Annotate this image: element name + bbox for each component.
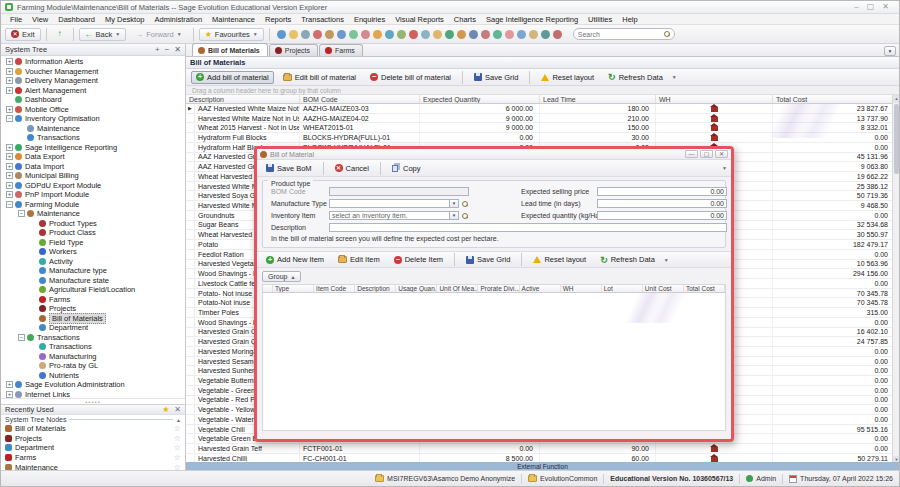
tree-expander-icon[interactable]: − (6, 201, 13, 208)
toolbar-misc-icon[interactable] (445, 30, 454, 39)
vertical-scrollbar[interactable]: ▲ ▼ (892, 95, 899, 464)
toolbar-misc-icon[interactable] (385, 30, 394, 39)
tree-item[interactable]: Transactions (1, 133, 185, 143)
tree-expander-icon[interactable]: + (6, 191, 13, 198)
forward-button[interactable]: →Forward▼ (129, 28, 187, 41)
tree-item[interactable]: + Data Export (1, 152, 185, 162)
tree-item[interactable]: Manufacture type (1, 266, 185, 276)
home-button[interactable]: ↑ (52, 28, 68, 41)
tree-item[interactable]: Pro-rata by GL (1, 361, 185, 371)
tab-farms[interactable]: Farms (319, 44, 363, 56)
tree-expander-icon[interactable]: + (6, 153, 13, 160)
toolbar-misc-icon[interactable] (541, 30, 550, 39)
tree-item[interactable]: Workers (1, 247, 185, 257)
tree-item[interactable]: − Inventory Optimisation (1, 114, 185, 124)
toolbar-misc-icon[interactable] (517, 30, 526, 39)
dialog-column-header[interactable]: WH (561, 285, 602, 292)
tree-expander-icon[interactable]: + (6, 172, 13, 179)
tree-item[interactable]: − Transactions (1, 333, 185, 343)
tree-close-button[interactable]: ✕ (174, 45, 181, 54)
close-button[interactable]: ✕ (882, 2, 889, 12)
tree-expander-icon[interactable]: + (6, 381, 13, 388)
dialog-grid-body[interactable] (262, 293, 726, 431)
tree-item[interactable]: Farms (1, 295, 185, 305)
search-box[interactable] (573, 28, 675, 40)
tree-item[interactable]: Nutrients (1, 371, 185, 381)
tree-expander-icon[interactable]: + (6, 106, 13, 113)
copy-button[interactable]: Copy (387, 162, 426, 175)
favourite-star-icon[interactable]: ☆ (174, 434, 181, 443)
tree-item[interactable]: Bill of Materials (1, 314, 185, 324)
description-field[interactable] (329, 223, 727, 232)
favourites-button[interactable]: ★Favourites▼ (199, 28, 264, 41)
save-grid-button[interactable]: Save Grid (469, 71, 523, 84)
column-header-wh[interactable]: WH (656, 95, 773, 103)
favourite-star-icon[interactable]: ☆ (174, 453, 181, 462)
toolbar-overflow-icon[interactable]: ▼ (672, 74, 677, 80)
group-button[interactable]: Group▲ (262, 271, 301, 282)
manufacture-type-dropdown-icon[interactable]: ▼ (450, 199, 459, 208)
dialog-close-button[interactable]: ✕ (715, 150, 728, 158)
group-by-band[interactable]: Drag a column header here to group by th… (186, 86, 899, 95)
dialog-column-header[interactable]: Active (520, 285, 561, 292)
tree-item[interactable]: + Sage Intelligence Reporting (1, 143, 185, 153)
toolbar-misc-icon[interactable] (373, 30, 382, 39)
scrollbar-thumb[interactable] (894, 104, 899, 174)
menu-item[interactable]: Charts (449, 15, 481, 24)
lookup-icon[interactable] (462, 213, 468, 219)
table-row[interactable]: Harvested Grain Teff FCTF001-01 0.00 90.… (186, 444, 892, 454)
dialog-column-header[interactable]: Total Cost (684, 285, 725, 292)
dialog-maximize-button[interactable]: ▢ (700, 150, 713, 158)
menu-item[interactable]: View (27, 15, 53, 24)
dialog-column-header[interactable]: Unit Cost (643, 285, 684, 292)
expected-quantity-field[interactable]: 0.00 (597, 211, 727, 220)
tree-expander-icon[interactable]: + (6, 77, 13, 84)
toolbar-misc-icon[interactable] (289, 30, 298, 39)
tree-expander-icon[interactable]: − (6, 115, 13, 122)
cancel-button[interactable]: ✕Cancel (330, 162, 374, 175)
dialog-toolbar-overflow-icon[interactable]: ▼ (722, 165, 727, 171)
tree-item[interactable]: Manufacturing (1, 352, 185, 362)
tree-expander-icon[interactable]: + (6, 182, 13, 189)
column-header-bom-code[interactable]: BOM Code (300, 95, 420, 103)
column-header-total-cost[interactable]: Total Cost (773, 95, 892, 103)
tab-overflow-button[interactable]: ▼ (884, 46, 896, 56)
tree-item[interactable]: − Farming Module (1, 200, 185, 210)
tree-item[interactable]: + Information Alerts (1, 57, 185, 67)
tree-item[interactable]: + Data Import (1, 162, 185, 172)
toolbar-misc-icon[interactable] (349, 30, 358, 39)
column-header-lead-time[interactable]: Lead Time (540, 95, 656, 103)
favourite-star-icon[interactable]: ☆ (174, 424, 181, 433)
tree-item[interactable]: + Mobile Office (1, 105, 185, 115)
toolbar-misc-icon[interactable] (337, 30, 346, 39)
toolbar-misc-icon[interactable] (421, 30, 430, 39)
tree-item[interactable]: Maintenance (1, 124, 185, 134)
recently-used-item[interactable]: Department ☆ (1, 443, 185, 453)
dialog-column-header[interactable]: Usage Quan... (396, 285, 437, 292)
tree-item[interactable]: Agricultural Field/Location (1, 285, 185, 295)
table-row[interactable]: ▶ AAZ Harvested White Maize Not in Use A… (186, 104, 892, 114)
dialog-reset-layout-button[interactable]: Reset layout (528, 253, 591, 266)
expected-selling-price-field[interactable]: 0.00 (597, 187, 727, 196)
save-bom-button[interactable]: Save BoM (261, 162, 317, 175)
add-bill-of-material-button[interactable]: +Add bill of material (191, 71, 274, 84)
tree-item[interactable]: + Delivery Management (1, 76, 185, 86)
tree-expander-icon[interactable]: + (6, 391, 13, 398)
refresh-data-button[interactable]: ↻Refresh Data (603, 71, 668, 84)
menu-item[interactable]: Sage Intelligence Reporting (481, 15, 583, 24)
toolbar-misc-icon[interactable] (397, 30, 406, 39)
manufacture-type-field[interactable] (329, 199, 450, 208)
scroll-up-icon[interactable]: ▲ (893, 95, 900, 103)
search-input[interactable] (578, 31, 664, 38)
bom-code-field[interactable] (329, 187, 469, 196)
toolbar-misc-icon[interactable] (361, 30, 370, 39)
tree-item[interactable]: Activity (1, 257, 185, 267)
tree-expander-icon[interactable]: − (18, 210, 25, 217)
maximize-button[interactable]: ▢ (867, 2, 875, 12)
tree-item[interactable]: Dashboard (1, 95, 185, 105)
toolbar-misc-icon[interactable] (505, 30, 514, 39)
reset-layout-button[interactable]: Reset layout (536, 71, 599, 84)
tree-item[interactable]: + Sage Evolution Administration (1, 380, 185, 390)
tree-collapse-all-button[interactable]: − (165, 45, 170, 54)
toolbar-misc-icon[interactable] (433, 30, 442, 39)
